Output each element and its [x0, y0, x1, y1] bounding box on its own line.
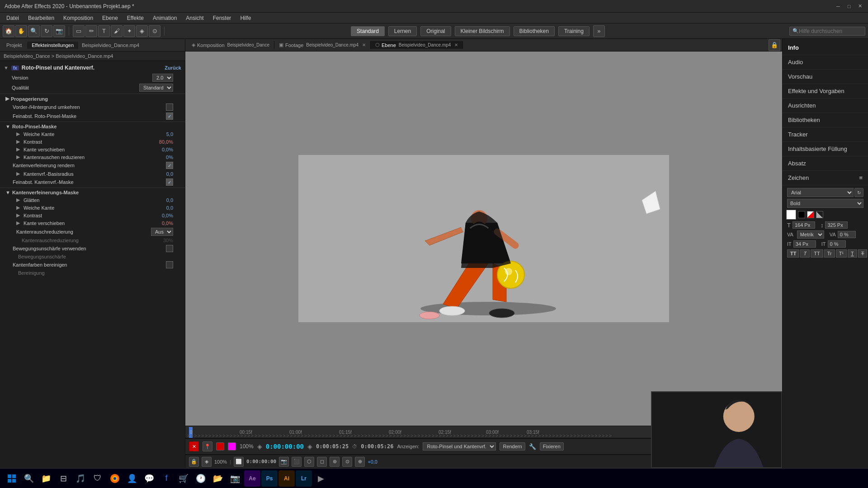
kern-select[interactable]: Metrik [797, 230, 824, 239]
vbc-btn1[interactable]: 🔒 [189, 457, 199, 467]
viewer-lock-btn[interactable]: 🔒 [769, 39, 780, 51]
vbc-btn8[interactable]: ⊛ [330, 457, 340, 467]
vorder-checkbox[interactable] [166, 103, 173, 111]
menu-animation[interactable]: Animation [149, 14, 180, 22]
kantenrauschen-value[interactable]: 0% [166, 155, 173, 160]
menu-effekte[interactable]: Effekte [123, 14, 147, 22]
text-tool[interactable]: T [98, 25, 110, 37]
feinabst-checkbox[interactable]: ✓ [166, 113, 173, 120]
vbc-btn9[interactable]: ⊙ [342, 457, 352, 467]
taskbar-app1[interactable]: 👤 [124, 470, 140, 487]
panel-info[interactable]: Info [783, 41, 868, 55]
kantenvrf-rendern-checkbox[interactable]: ✓ [166, 162, 173, 169]
effect-main-header[interactable]: ▼ fx Roto-Pinsel und Kantenverf. Zurück [0, 63, 185, 73]
panel-audio[interactable]: Audio [783, 55, 868, 70]
taskbar-files[interactable]: 📂 [210, 470, 226, 487]
panel-inhaltsbasiert[interactable]: Inhaltsbasierte Füllung [783, 142, 868, 156]
menu-hilfe[interactable]: Hilfe [236, 14, 255, 22]
back-link[interactable]: Zurück [165, 65, 181, 70]
nav-original[interactable]: Original [420, 26, 451, 36]
font-family-select[interactable]: Arial [787, 188, 854, 197]
taskbar-facebook[interactable]: f [158, 470, 175, 487]
transport-roto-btn[interactable]: ✕ [189, 441, 199, 451]
propagerierung-header[interactable]: ▶ Propagerierung [0, 95, 185, 103]
taskbar-media[interactable]: 🎵 [72, 470, 89, 487]
render-btn[interactable]: Rendern [500, 442, 525, 450]
t-super-btn[interactable]: T¹ [836, 249, 847, 258]
kantenvrf-basis-value[interactable]: 0,0 [166, 171, 173, 177]
tab-projekt[interactable]: Projekt [2, 42, 26, 49]
vbc-btn4[interactable]: 📷 [279, 457, 289, 467]
brush-tool[interactable]: 🖌 [111, 25, 123, 37]
taskbar-ae[interactable]: Ae [244, 470, 260, 487]
panel-ausrichten[interactable]: Ausrichten [783, 99, 868, 113]
ebene-tab-close[interactable]: ✕ [454, 42, 458, 47]
taskbar-clock[interactable]: 🕐 [193, 470, 209, 487]
kante-verschieben2-value[interactable]: 0,0% [162, 221, 173, 226]
menu-komposition[interactable]: Komposition [60, 14, 97, 22]
weiche-kante-value[interactable]: 5,0 [166, 131, 173, 137]
vbc-btn10[interactable]: ⊕ [355, 457, 365, 467]
kantenrausch-red-select[interactable]: Aus [151, 228, 173, 236]
kantenvrf-maske-header[interactable]: ▼ Kantenverfeinerungs-Maske [0, 189, 185, 196]
vbc-btn2[interactable]: ◈ [202, 457, 212, 467]
taskbar-shield[interactable]: 🛡 [90, 470, 106, 487]
panel-bibliotheken[interactable]: Bibliotheken [783, 113, 868, 127]
taskbar-lr[interactable]: Lr [296, 470, 312, 487]
nav-bibliotheken[interactable]: Bibliotheken [514, 26, 555, 36]
rotate-tool[interactable]: ↻ [41, 25, 52, 37]
viewer-tab-komposition[interactable]: ◈ Komposition Beispielvideo_Dance [187, 41, 274, 49]
menu-bearbeiten[interactable]: Bearbeiten [24, 14, 58, 22]
kontrast-value[interactable]: 80,0% [159, 139, 173, 145]
horz-scale-input[interactable] [828, 240, 846, 248]
anzeigen-select[interactable]: Roto-Pinsel und Kantenvrf. [423, 442, 496, 450]
tt-caps-btn[interactable]: TT [811, 249, 823, 258]
glatten-value[interactable]: 0,0 [166, 197, 173, 203]
tracking-input[interactable] [838, 231, 856, 238]
tab-effekteinstellungen[interactable]: Effekteinstellungen [27, 42, 78, 49]
taskbar-more[interactable]: ▶ [313, 470, 329, 487]
taskbar-search[interactable]: 🔍 [21, 470, 37, 487]
puppet-tool[interactable]: ⊙ [149, 25, 160, 37]
viewer-tab-footage[interactable]: ▣ Footage Beispielvideo_Dance.mp4 ✕ [274, 41, 371, 49]
taskbar-explorer[interactable]: 📁 [38, 470, 54, 487]
home-tool[interactable]: 🏠 [3, 25, 14, 37]
kante-verschieben-value[interactable]: 0,0% [162, 147, 173, 152]
search-input[interactable] [799, 28, 862, 34]
panel-absatz[interactable]: Absatz [783, 156, 868, 171]
transport-pin-btn[interactable]: 📍 [203, 441, 212, 451]
rect-tool[interactable]: ▭ [73, 25, 85, 37]
clone-tool[interactable]: ✦ [123, 25, 135, 37]
fixieren-btn[interactable]: Fixieren [540, 442, 564, 450]
vbc-btn6[interactable]: ⬡ [304, 457, 314, 467]
panel-zeichen[interactable]: Zeichen ≡ [783, 171, 868, 185]
vbc-btn5[interactable]: ⬛ [292, 457, 302, 467]
taskbar-windows[interactable] [4, 470, 20, 487]
font-style-select[interactable]: Bold [787, 199, 863, 208]
t-strike-btn[interactable]: T [858, 249, 868, 258]
taskbar-store[interactable]: 🛒 [175, 470, 192, 487]
taskbar-firefox[interactable] [107, 470, 123, 487]
font-size-input[interactable] [793, 221, 815, 229]
nav-training[interactable]: Training [558, 26, 590, 36]
nav-standard[interactable]: Standard [351, 26, 385, 36]
taskbar-ps[interactable]: Ps [261, 470, 278, 487]
zoom-tool[interactable]: 🔍 [28, 25, 40, 37]
version-select[interactable]: 2.0 [152, 74, 173, 82]
swap-colors-btn[interactable] [816, 211, 823, 218]
stroke-color-swatch[interactable] [798, 211, 805, 218]
footage-tab-close[interactable]: ✕ [362, 42, 366, 47]
font-refresh-btn[interactable]: ↻ [854, 188, 863, 197]
taskbar-photos[interactable]: 📷 [227, 470, 243, 487]
viewer-tab-ebene[interactable]: ⬡ Ebene Beispielvideo_Dance.mp4 ✕ [371, 41, 463, 49]
close-button[interactable]: ✕ [856, 3, 863, 10]
fill-color-swatch[interactable] [786, 210, 796, 220]
panel-tracker[interactable]: Tracker [783, 127, 868, 142]
tr-script-btn[interactable]: Tr [824, 249, 835, 258]
transport-col1[interactable] [216, 442, 224, 450]
transport-col2[interactable] [228, 442, 236, 450]
roto-maske-header[interactable]: ▼ Roto-Pinsel-Maske [0, 123, 185, 130]
nav-more[interactable]: » [593, 25, 605, 37]
kantenfarben-checkbox[interactable] [166, 261, 173, 268]
vert-scale-input[interactable] [793, 240, 816, 248]
